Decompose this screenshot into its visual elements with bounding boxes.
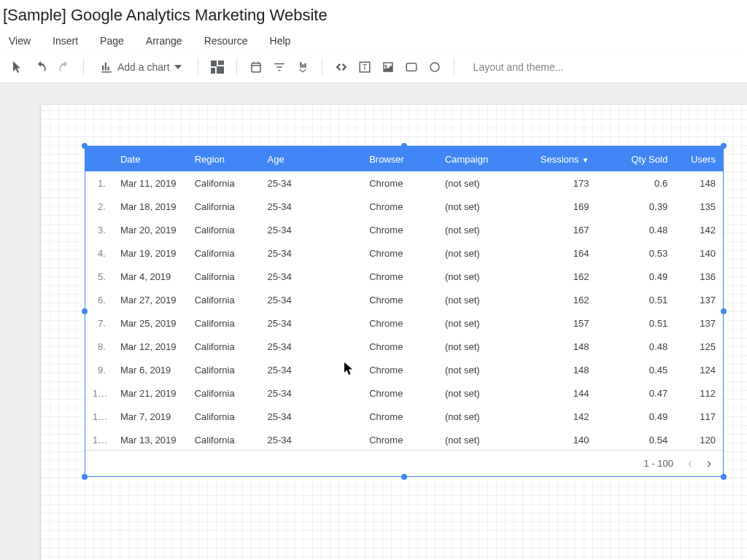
date-range-icon[interactable] xyxy=(247,58,265,76)
table-row[interactable]: 10.Mar 21, 2019California25-34Chrome(not… xyxy=(85,381,723,405)
undo-icon[interactable] xyxy=(32,58,50,76)
community-visualization-icon[interactable] xyxy=(209,58,226,76)
add-chart-button[interactable]: Add a chart xyxy=(94,58,187,77)
cell-browser: Chrome xyxy=(362,271,438,282)
col-qty-sold[interactable]: Qty Sold xyxy=(596,154,675,165)
data-control-icon[interactable] xyxy=(294,58,311,76)
col-browser[interactable]: Browser xyxy=(362,154,438,165)
table-row[interactable]: 6.Mar 27, 2019California25-34Chrome(not … xyxy=(85,288,723,311)
svg-rect-3 xyxy=(217,66,224,74)
cell-browser: Chrome xyxy=(362,248,438,259)
separator xyxy=(454,58,454,76)
cell-qty-sold: 0.6 xyxy=(596,178,675,189)
cell-campaign: (not set) xyxy=(438,435,518,446)
col-campaign[interactable]: Campaign xyxy=(438,154,518,165)
cell-qty-sold: 0.48 xyxy=(596,341,675,352)
cell-campaign: (not set) xyxy=(438,225,518,236)
row-index: 8. xyxy=(85,341,113,352)
row-index: 9. xyxy=(85,365,113,376)
table-row[interactable]: 12.Mar 13, 2019California25-34Chrome(not… xyxy=(85,428,723,450)
separator xyxy=(83,58,84,76)
cell-date: Mar 27, 2019 xyxy=(113,295,187,306)
table-row[interactable]: 5.Mar 4, 2019California25-34Chrome(not s… xyxy=(85,265,723,288)
cell-sessions: 169 xyxy=(518,201,597,212)
cell-users: 120 xyxy=(675,435,723,446)
col-sessions[interactable]: Sessions▼ xyxy=(518,154,597,165)
cell-browser: Chrome xyxy=(362,178,438,189)
menu-help[interactable]: Help xyxy=(267,34,294,48)
resize-handle[interactable] xyxy=(82,143,88,149)
report-page[interactable]: Date Region Age Browser Campaign Session… xyxy=(41,105,747,560)
svg-rect-2 xyxy=(211,68,215,74)
chevron-down-icon xyxy=(174,65,182,69)
filter-control-icon[interactable] xyxy=(271,58,288,76)
rectangle-icon[interactable] xyxy=(403,58,420,76)
cell-sessions: 167 xyxy=(518,225,597,236)
menu-view[interactable]: View xyxy=(6,34,34,48)
cell-region: California xyxy=(187,271,260,282)
layout-theme-button[interactable]: Layout and theme... xyxy=(473,61,564,73)
cell-qty-sold: 0.45 xyxy=(596,365,675,376)
table-row[interactable]: 8.Mar 12, 2019California25-34Chrome(not … xyxy=(85,335,723,358)
table-chart[interactable]: Date Region Age Browser Campaign Session… xyxy=(85,146,724,477)
cell-browser: Chrome xyxy=(362,318,438,329)
cell-qty-sold: 0.54 xyxy=(596,435,675,446)
cell-sessions: 144 xyxy=(518,388,597,399)
table-row[interactable]: 4.Mar 19, 2019California25-34Chrome(not … xyxy=(85,241,723,265)
cell-sessions: 142 xyxy=(518,411,597,422)
resize-handle[interactable] xyxy=(401,474,407,480)
table-row[interactable]: 9.Mar 6, 2019California25-34Chrome(not s… xyxy=(85,358,723,381)
menu-arrange[interactable]: Arrange xyxy=(143,34,185,48)
table-row[interactable]: 7.Mar 25, 2019California25-34Chrome(not … xyxy=(85,311,723,335)
table-row[interactable]: 1.Mar 11, 2019California25-34Chrome(not … xyxy=(85,171,723,195)
cell-browser: Chrome xyxy=(362,295,438,306)
cell-region: California xyxy=(187,225,260,236)
menu-page[interactable]: Page xyxy=(97,34,127,48)
cell-age: 25-34 xyxy=(260,435,362,446)
cell-browser: Chrome xyxy=(362,201,438,212)
cell-qty-sold: 0.51 xyxy=(596,295,675,306)
cell-sessions: 173 xyxy=(518,178,597,189)
resize-handle[interactable] xyxy=(82,474,88,480)
resize-handle[interactable] xyxy=(401,143,407,149)
table-row[interactable]: 2.Mar 18, 2019California25-34Chrome(not … xyxy=(85,195,723,218)
cell-sessions: 162 xyxy=(518,271,597,282)
pager-next-icon[interactable]: › xyxy=(707,456,711,471)
pager-prev-icon[interactable]: ‹ xyxy=(688,456,692,471)
cell-region: California xyxy=(187,388,260,399)
cell-qty-sold: 0.48 xyxy=(596,225,675,236)
document-title[interactable]: [Sample] Google Analytics Marketing Webs… xyxy=(3,6,328,25)
cell-browser: Chrome xyxy=(362,225,438,236)
svg-rect-5 xyxy=(406,63,417,71)
image-icon[interactable] xyxy=(379,58,397,76)
cell-campaign: (not set) xyxy=(438,365,518,376)
cell-campaign: (not set) xyxy=(438,318,518,329)
cell-sessions: 148 xyxy=(518,341,597,352)
menu-insert[interactable]: Insert xyxy=(50,34,81,48)
circle-icon[interactable] xyxy=(426,58,444,76)
svg-rect-0 xyxy=(211,61,217,66)
text-icon[interactable]: T xyxy=(356,58,374,76)
menu-resource[interactable]: Resource xyxy=(201,34,251,48)
cell-date: Mar 7, 2019 xyxy=(113,411,187,422)
table-row[interactable]: 3.Mar 20, 2019California25-34Chrome(not … xyxy=(85,218,723,241)
cell-qty-sold: 0.53 xyxy=(596,248,675,259)
row-index: 6. xyxy=(85,295,113,306)
col-users[interactable]: Users xyxy=(675,154,723,165)
separator xyxy=(236,58,237,76)
cell-region: California xyxy=(187,295,260,306)
url-embed-icon[interactable] xyxy=(333,58,350,76)
cell-qty-sold: 0.51 xyxy=(596,318,675,329)
cell-age: 25-34 xyxy=(260,201,362,212)
col-age[interactable]: Age xyxy=(260,154,362,165)
table-row[interactable]: 11.Mar 7, 2019California25-34Chrome(not … xyxy=(85,405,723,428)
cell-age: 25-34 xyxy=(260,341,362,352)
col-date[interactable]: Date xyxy=(113,154,187,165)
resize-handle[interactable] xyxy=(721,143,727,149)
col-region[interactable]: Region xyxy=(187,154,260,165)
select-tool-icon[interactable] xyxy=(9,58,26,76)
redo-icon[interactable] xyxy=(55,58,73,76)
cell-region: California xyxy=(187,201,260,212)
canvas[interactable]: Date Region Age Browser Campaign Session… xyxy=(0,83,747,560)
resize-handle[interactable] xyxy=(721,474,727,480)
